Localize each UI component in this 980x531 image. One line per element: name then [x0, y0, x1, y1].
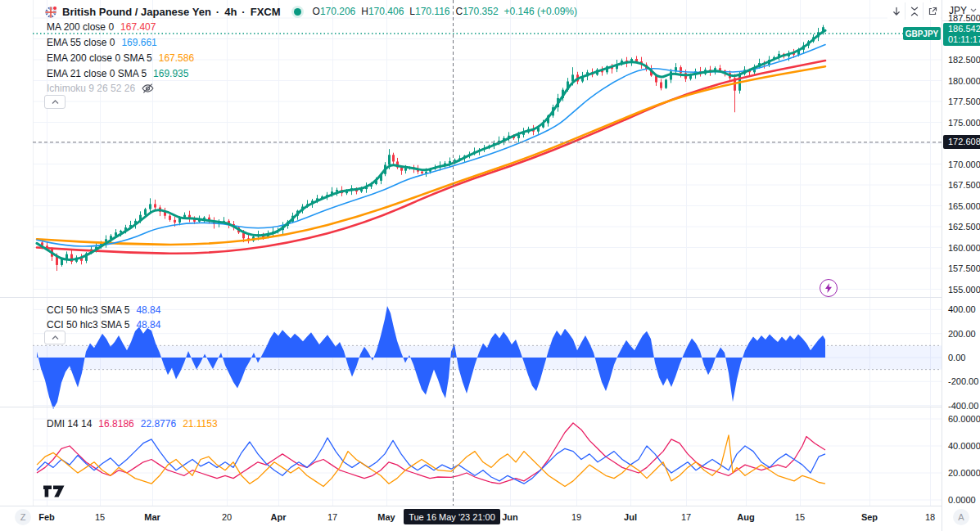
indicator-row-ichimoku[interactable]: Ichimoku 9 26 52 26	[47, 82, 154, 95]
collapse-cci-button[interactable]	[44, 331, 65, 344]
indicator-value: 167.407	[120, 21, 156, 33]
time-axis-label: Aug	[728, 512, 764, 522]
cci-axis-label: 0.00	[948, 353, 965, 362]
dmi-line	[37, 423, 825, 484]
indicator-name: CCI 50 hlc3 SMA 5	[47, 304, 129, 316]
price-change: +0.146 (+0.09%)	[504, 6, 577, 17]
price-axis-label: 175.000	[948, 118, 980, 128]
title-separator: ·	[242, 6, 245, 18]
price-axis-label: 157.500	[948, 263, 980, 273]
candle-body	[169, 216, 171, 220]
price-axis-label: 167.500	[948, 180, 980, 190]
indicator-name: MA 200 close 0	[47, 21, 114, 33]
price-axis-label: 177.500	[948, 97, 980, 106]
last-price-badge: 186.542 01:11:17	[943, 23, 980, 46]
indicator-value: 169.661	[121, 37, 156, 48]
time-axis[interactable]: Feb15Mar20Apr17MayJun19Jul17Aug15Sep18 Z…	[0, 506, 942, 531]
indicator-name: EMA 21 close 0 SMA 5	[47, 68, 147, 79]
collapse-indicators-button[interactable]	[44, 95, 65, 109]
time-axis-label: Sep	[851, 512, 887, 522]
time-axis-label: Feb	[29, 512, 65, 522]
restore-pane-button[interactable]	[923, 2, 941, 20]
symbol-header: British Pound / Japanese Yen · 4h · FXCM…	[45, 3, 577, 20]
dmi-line	[37, 438, 825, 484]
crosshair-price-badge: 172.608	[943, 135, 980, 149]
candle-body	[61, 259, 63, 265]
cci-axis-label: -400.00	[948, 401, 978, 411]
price-axis-label: 165.000	[948, 201, 980, 211]
indicator-row-ma200[interactable]: MA 200 close 0 167.407	[47, 20, 156, 34]
candle-body	[665, 79, 667, 88]
interval-label[interactable]: 4h	[224, 6, 237, 18]
indicator-value: 21.1153	[183, 418, 218, 430]
move-pane-down-button[interactable]	[887, 2, 905, 20]
timezone-button[interactable]: Z	[15, 509, 31, 525]
dmi-axis-label: 60.0000	[948, 414, 980, 424]
exchange-label[interactable]: FXCM	[251, 6, 281, 18]
dmi-axis-label: 40.0000	[948, 441, 980, 451]
indicator-name: CCI 50 hlc3 SMA 5	[47, 319, 129, 331]
time-axis-label: 15	[782, 512, 818, 522]
price-axis-label: 162.500	[948, 222, 980, 232]
currency-toggle-button[interactable]: A	[953, 509, 969, 525]
symbol-title[interactable]: British Pound / Japanese Yen	[62, 6, 211, 18]
time-axis-label: Mar	[134, 512, 170, 522]
time-axis-label: 17	[668, 512, 704, 522]
indicator-row-ema200[interactable]: EMA 200 close 0 SMA 5 167.586	[47, 52, 194, 65]
indicator-value: 48.84	[136, 319, 160, 331]
candle-body	[174, 220, 176, 223]
price-axis-label: 182.500	[948, 55, 980, 65]
indicator-name: DMI 14 14	[47, 418, 92, 430]
candle-body	[404, 169, 407, 171]
cci-axis-label: 200.00	[948, 329, 976, 339]
indicator-name: EMA 55 close 0	[47, 37, 115, 48]
indicator-value: 167.586	[159, 52, 194, 64]
title-separator: ·	[216, 6, 219, 18]
indicator-value: 22.8776	[141, 418, 176, 430]
candle-body	[635, 59, 638, 61]
time-axis-label: Apr	[260, 512, 296, 522]
indicator-value: 16.8186	[98, 418, 133, 430]
cci-row-1[interactable]: CCI 50 hlc3 SMA 5 48.84	[47, 304, 160, 317]
chevron-down-icon	[970, 8, 977, 12]
trading-chart-app: British Pound / Japanese Yen · 4h · FXCM…	[0, 0, 980, 531]
candle-body	[421, 172, 423, 173]
candle-body	[144, 209, 147, 215]
candle-body	[154, 204, 156, 207]
dmi-line	[37, 435, 825, 487]
maximize-pane-button[interactable]	[905, 2, 923, 20]
market-status-icon[interactable]	[294, 8, 301, 16]
time-axis-label: 19	[558, 512, 594, 522]
price-axis-label: 187.500	[948, 13, 980, 23]
indicator-row-ema55[interactable]: EMA 55 close 0 169.661	[47, 36, 157, 49]
time-axis-label: 20	[209, 512, 245, 522]
time-axis-label: May	[368, 512, 404, 522]
ma-line	[37, 30, 825, 259]
indicator-value: 169.935	[153, 68, 188, 79]
eye-slash-icon[interactable]	[142, 83, 154, 94]
price-axis-label: 155.000	[948, 285, 980, 295]
time-axis-label: 17	[314, 512, 350, 522]
dmi-row[interactable]: DMI 14 14 16.8186 22.8776 21.1153	[47, 417, 218, 430]
candle-body	[388, 155, 391, 164]
indicator-row-ema21[interactable]: EMA 21 close 0 SMA 5 169.935	[47, 67, 188, 80]
time-axis-label: 15	[82, 512, 118, 522]
price-axis-label: 160.000	[948, 243, 980, 253]
cci-axis-label: 400.00	[948, 304, 976, 314]
dmi-axis-label: 0.0000	[948, 495, 976, 505]
dmi-axis-label: 20.0000	[948, 468, 980, 478]
price-axis-label: 180.000	[948, 76, 980, 86]
price-axis[interactable]: JPY 187.500185.000182.500180.000177.5001…	[942, 0, 980, 531]
last-price-value: 186.542	[948, 24, 980, 34]
ma-line	[37, 66, 825, 245]
quick-trade-button[interactable]	[820, 279, 838, 297]
symbol-logo-icon[interactable]	[45, 6, 57, 18]
tradingview-logo-icon[interactable]	[43, 484, 65, 502]
candle-body	[392, 155, 395, 161]
indicator-name: Ichimoku 9 26 52 26	[47, 83, 135, 94]
bar-countdown: 01:11:17	[948, 34, 980, 45]
cci-row-2[interactable]: CCI 50 hlc3 SMA 5 48.84	[47, 318, 160, 331]
pane-controls	[887, 2, 941, 20]
ohlc-readout: O170.206 H170.406 L170.116 C170.352 +0.1…	[313, 6, 577, 17]
candle-body	[660, 83, 662, 88]
